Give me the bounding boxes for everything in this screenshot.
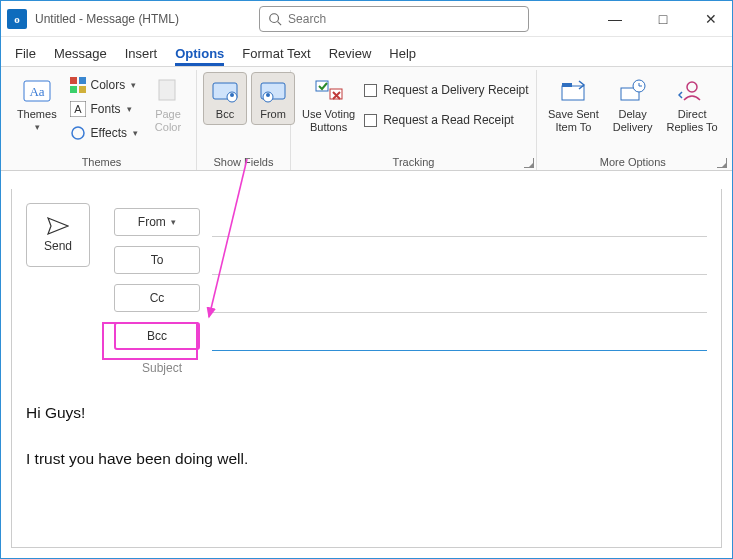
search-input[interactable]: Search [259, 6, 529, 32]
group-tracking: Use Voting Buttons Request a Delivery Re… [291, 70, 537, 170]
fonts-button[interactable]: A Fonts▾ [65, 98, 142, 120]
message-body[interactable]: Hi Guys! I trust you have been doing wel… [12, 375, 721, 523]
voting-icon [313, 76, 345, 106]
tab-insert[interactable]: Insert [125, 46, 158, 66]
svg-point-16 [230, 93, 234, 97]
minimize-button[interactable]: ― [602, 11, 628, 27]
maximize-button[interactable]: □ [650, 11, 676, 27]
delay-icon [617, 76, 649, 106]
chevron-down-icon: ▾ [35, 121, 40, 134]
svg-rect-7 [79, 77, 86, 84]
svg-point-2 [270, 13, 279, 22]
group-show-fields: Bcc From Show Fields [197, 70, 291, 170]
group-label-show-fields: Show Fields [203, 154, 284, 170]
search-icon [268, 12, 282, 26]
effects-button[interactable]: Effects▾ [65, 122, 142, 144]
bcc-field-button[interactable]: Bcc [114, 322, 200, 350]
request-read-receipt[interactable]: Request a Read Receipt [364, 110, 528, 130]
save-sent-icon [557, 76, 589, 106]
group-more-options: Save Sent Item To Delay Delivery Direct … [537, 70, 729, 170]
send-icon [47, 217, 69, 235]
bcc-button[interactable]: Bcc [203, 72, 247, 125]
ribbon-tabs: File Message Insert Options Format Text … [1, 37, 732, 67]
title-bar: o Untitled - Message (HTML) Search ― □ ✕ [1, 1, 732, 37]
svg-rect-23 [562, 83, 572, 87]
themes-icon: Aa [21, 76, 53, 106]
colors-icon [69, 76, 87, 94]
tab-review[interactable]: Review [329, 46, 372, 66]
body-line: I trust you have been doing well. [26, 449, 707, 469]
outlook-app-icon: o [7, 9, 27, 29]
dialog-launcher-icon[interactable] [524, 158, 534, 168]
svg-rect-9 [79, 86, 86, 93]
from-icon [257, 76, 289, 106]
ribbon: Aa Themes ▾ Colors▾ A Fonts▾ Effects▾ [1, 67, 732, 171]
direct-replies-icon [676, 76, 708, 106]
group-label-more-options: More Options [543, 154, 723, 170]
search-placeholder: Search [288, 12, 326, 26]
svg-rect-8 [70, 86, 77, 93]
svg-rect-6 [70, 77, 77, 84]
svg-line-3 [278, 21, 282, 25]
dialog-launcher-icon[interactable] [717, 158, 727, 168]
checkbox-icon [364, 84, 377, 97]
subject-label: Subject [142, 361, 707, 375]
bcc-icon [209, 76, 241, 106]
cc-field-button[interactable]: Cc [114, 284, 200, 312]
direct-replies-to-button[interactable]: Direct Replies To [662, 72, 723, 138]
tab-format-text[interactable]: Format Text [242, 46, 310, 66]
save-sent-item-to-button[interactable]: Save Sent Item To [543, 72, 604, 138]
from-button[interactable]: From [251, 72, 295, 125]
to-input[interactable] [212, 274, 707, 275]
svg-point-12 [72, 127, 84, 139]
svg-rect-13 [159, 80, 175, 100]
svg-text:A: A [74, 103, 82, 115]
close-button[interactable]: ✕ [698, 11, 724, 27]
svg-text:o: o [14, 13, 20, 25]
compose-area: Send From ▾ To Cc Bcc Subject [11, 189, 722, 548]
svg-text:Aa: Aa [29, 84, 44, 99]
tab-file[interactable]: File [15, 46, 36, 66]
group-label-themes: Themes [13, 154, 190, 170]
effects-icon [69, 124, 87, 142]
fonts-icon: A [69, 100, 87, 118]
delay-delivery-button[interactable]: Delay Delivery [608, 72, 658, 138]
page-color-button[interactable]: Page Color [146, 72, 190, 138]
group-label-tracking: Tracking [297, 154, 530, 170]
to-field-button[interactable]: To [114, 246, 200, 274]
group-themes: Aa Themes ▾ Colors▾ A Fonts▾ Effects▾ [7, 70, 197, 170]
svg-point-26 [687, 82, 697, 92]
svg-point-19 [266, 93, 270, 97]
tab-message[interactable]: Message [54, 46, 107, 66]
tab-help[interactable]: Help [389, 46, 416, 66]
use-voting-buttons[interactable]: Use Voting Buttons [297, 72, 360, 138]
request-delivery-receipt[interactable]: Request a Delivery Receipt [364, 80, 528, 100]
from-input[interactable] [212, 236, 707, 237]
bcc-input[interactable] [212, 350, 707, 351]
window-title: Untitled - Message (HTML) [35, 12, 179, 26]
from-field-button[interactable]: From ▾ [114, 208, 200, 236]
checkbox-icon [364, 114, 377, 127]
colors-button[interactable]: Colors▾ [65, 74, 142, 96]
body-line: Hi Guys! [26, 403, 707, 423]
page-color-icon [152, 76, 184, 106]
themes-button[interactable]: Aa Themes ▾ [13, 72, 61, 138]
send-button[interactable]: Send [26, 203, 90, 267]
tab-options[interactable]: Options [175, 46, 224, 66]
chevron-down-icon: ▾ [171, 217, 176, 227]
cc-input[interactable] [212, 312, 707, 313]
